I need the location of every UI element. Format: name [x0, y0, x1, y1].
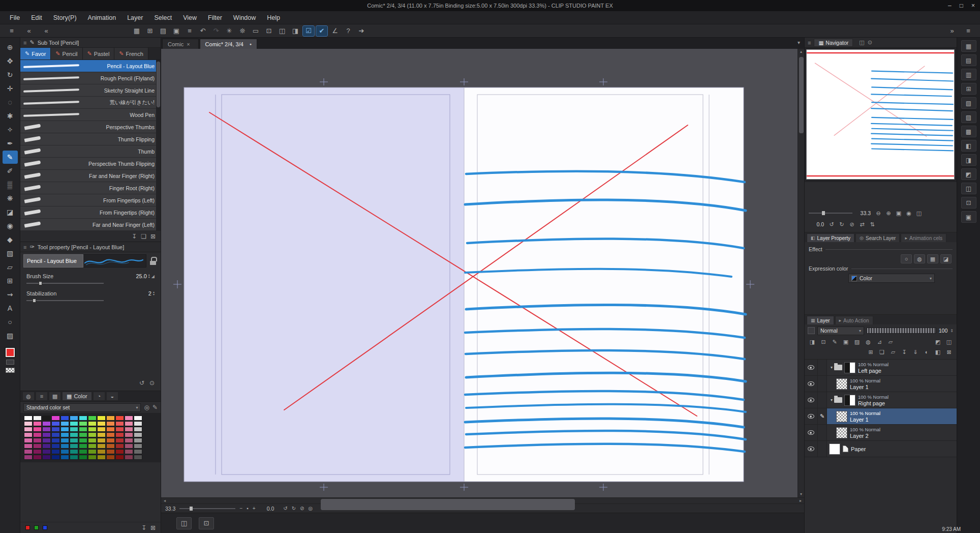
show-detail-settings-icon[interactable]: ⊙	[149, 379, 155, 387]
gradient-tool[interactable]: ▧	[3, 247, 18, 260]
right-dock-menu-icon[interactable]: ≡	[963, 26, 974, 36]
search-color-icon[interactable]: ◎	[144, 404, 149, 411]
brush-size-unit-button[interactable]: ◢	[151, 274, 155, 279]
collapse-left-dock-2-icon[interactable]: «	[41, 26, 52, 36]
rotate-cw-button[interactable]: ↻	[292, 506, 296, 511]
color-swatch[interactable]	[134, 427, 142, 432]
color-swatch[interactable]	[88, 449, 97, 454]
material-color-pattern-panel-icon[interactable]: ▤	[961, 54, 976, 66]
navigator-zoom-slider[interactable]	[809, 211, 852, 215]
color-slider-tab-icon[interactable]: ≡	[36, 392, 48, 401]
color-swatch[interactable]	[97, 438, 106, 443]
Layer 2[interactable]: ✎ ▾ 100 % Normal Layer 2	[805, 425, 957, 441]
menu-item[interactable]: Layer	[121, 11, 148, 24]
color-swatch[interactable]	[115, 455, 124, 460]
brush-size-value[interactable]: 25.0	[130, 273, 147, 279]
clear-outside-icon[interactable]: ◨	[290, 26, 301, 36]
color-swatch[interactable]	[88, 438, 97, 443]
scroll-up-icon[interactable]: ▴	[798, 49, 804, 55]
color-set-select[interactable]: Standard color set ▾	[23, 403, 141, 412]
layer-thumbnail[interactable]	[836, 411, 847, 422]
shrink-selection-icon[interactable]: ⊡	[263, 26, 274, 36]
Layer 1[interactable]: ✎ ▾ 100 % Normal Layer 1	[805, 408, 957, 425]
color-swatch[interactable]	[42, 421, 51, 426]
navigator-preview[interactable]	[805, 48, 957, 182]
clip-to-layer-below-icon[interactable]: ◨	[808, 338, 817, 346]
new-raster-layer-icon[interactable]: ⊞	[866, 348, 875, 356]
color-swatch[interactable]	[33, 438, 42, 443]
subtool-item[interactable]: From Fingertips (Right)	[20, 206, 161, 219]
reference-layer-icon[interactable]: ⊡	[819, 338, 828, 346]
tab-animation-cels[interactable]: ▸Animation cels	[901, 233, 946, 242]
new-page-icon[interactable]: ⊞	[144, 26, 156, 36]
color-swatch[interactable]	[88, 432, 97, 437]
collapse-left-dock-icon[interactable]: «	[23, 26, 35, 36]
color-swatch[interactable]	[60, 438, 69, 443]
layer-visibility-toggle[interactable]	[805, 392, 818, 408]
subtool-tab[interactable]: ✎ Favor	[20, 48, 51, 60]
color-wheel-tab-icon[interactable]: ◍	[22, 392, 35, 401]
subtool-item[interactable]: Thumb	[20, 145, 161, 158]
snap-to-special-ruler-icon[interactable]: ✔	[316, 26, 327, 36]
fit-to-screen-button[interactable]: ▣	[894, 209, 903, 217]
color-swatch[interactable]	[33, 421, 42, 426]
rotate-left-button[interactable]: ↺	[827, 220, 836, 228]
panel-menu-icon[interactable]: ≡	[808, 40, 811, 46]
color-swatch[interactable]	[70, 416, 78, 421]
color-swatch[interactable]	[33, 432, 42, 437]
menu-item[interactable]: Help	[261, 11, 286, 24]
brush-size-spinner[interactable]: ▴▾	[148, 274, 150, 279]
material-3d-panel-icon[interactable]: ▨	[961, 111, 976, 123]
flip-horizontal-button[interactable]: ⇄	[858, 220, 867, 228]
canvas-horizontal-scrollbar[interactable]: ◂ ▸	[161, 497, 804, 504]
layer-visibility-toggle[interactable]	[805, 408, 818, 424]
rotate-right-button[interactable]: ↻	[837, 220, 846, 228]
color-swatch[interactable]	[33, 416, 42, 421]
color-set-tab[interactable]: ▦ Color	[62, 392, 92, 401]
zoom-in-button[interactable]: +	[253, 506, 256, 511]
material-manga-material-panel-icon[interactable]: ⊞	[961, 83, 976, 95]
material-primitive-panel-icon[interactable]: ◧	[961, 140, 976, 152]
color-swatch[interactable]	[125, 416, 133, 421]
subtool-tab[interactable]: ✎ Pastel	[83, 48, 115, 60]
color-swatch[interactable]	[24, 455, 33, 460]
color-swatch[interactable]	[42, 427, 51, 432]
set-ruler-icon[interactable]: ▱	[886, 338, 895, 346]
color-swatch[interactable]	[51, 421, 60, 426]
navigator-tab[interactable]: ▦ Navigator	[814, 39, 853, 47]
page-spread-view-button[interactable]: ◫	[176, 517, 192, 529]
material-balloon-panel-icon[interactable]: ◩	[961, 168, 976, 180]
move-tool[interactable]: ✛	[3, 82, 18, 95]
airbrush-tool[interactable]: ▒	[3, 178, 18, 191]
color-swatch[interactable]	[70, 432, 78, 437]
subtool-item[interactable]: Finger Root (Right)	[20, 182, 161, 194]
color-swatch[interactable]	[88, 421, 97, 426]
menu-item[interactable]: Select	[148, 11, 177, 24]
sub-color-swatch[interactable]	[6, 360, 14, 365]
canvas-page-spread[interactable]	[161, 49, 804, 497]
color-swatch[interactable]	[79, 421, 87, 426]
subtool-item[interactable]: 荒い線が引きたい!	[20, 97, 161, 109]
layer-visibility-toggle[interactable]	[805, 360, 818, 375]
color-swatch[interactable]	[106, 432, 115, 437]
color-swatch[interactable]	[125, 449, 133, 454]
color-swatch[interactable]	[115, 432, 124, 437]
subtool-tab[interactable]: ✎ French	[114, 48, 148, 60]
expand-right-dock-icon[interactable]: »	[946, 26, 958, 36]
color-swatch[interactable]	[134, 432, 142, 437]
snap-to-ruler-icon[interactable]: ☑	[303, 26, 314, 36]
new-vector-layer-icon[interactable]: ❏	[877, 348, 886, 356]
delete-color-icon[interactable]: ⊠	[150, 524, 156, 531]
Right page[interactable]: ✎ ▾ 100 % Normal Right page	[805, 392, 957, 408]
canvas-viewport[interactable]	[161, 49, 804, 497]
canvas-vertical-scrollbar[interactable]: ▴ ▾	[798, 49, 804, 497]
subtool-item[interactable]: Thumb Flipping	[20, 133, 161, 145]
reset-all-settings-icon[interactable]: ↺	[139, 379, 144, 387]
material-history-panel-icon[interactable]: ◫	[961, 183, 976, 194]
delete-subtool-icon[interactable]: ⊠	[150, 233, 156, 240]
correct-line-tool[interactable]: ⇝	[3, 288, 18, 301]
minimize-button[interactable]: –	[948, 2, 952, 9]
subtool-scrollbar[interactable]	[156, 60, 161, 231]
color-swatch[interactable]	[97, 427, 106, 432]
flow-line-tool[interactable]: ▨	[3, 329, 18, 342]
